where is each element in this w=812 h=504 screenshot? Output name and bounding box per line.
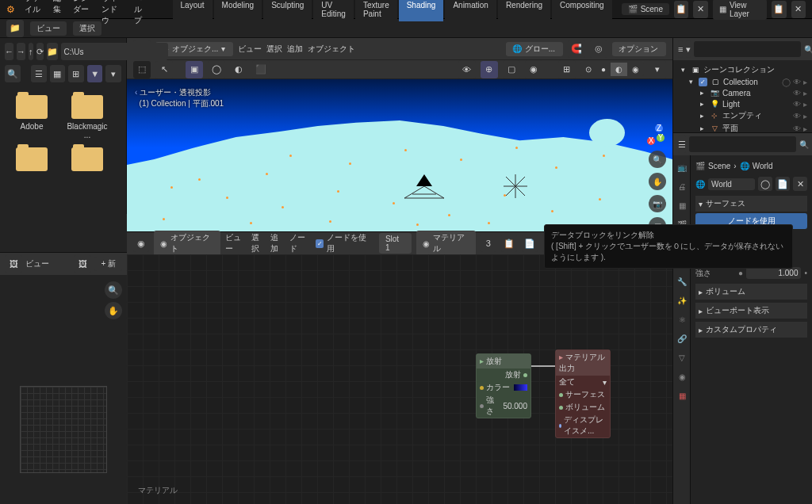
shading-matprev-icon[interactable]: ◐: [611, 63, 627, 76]
shading-wireframe-icon[interactable]: ⊙: [580, 63, 596, 76]
select-lasso-icon[interactable]: ◐: [230, 61, 247, 78]
proportional-edit-icon[interactable]: ◎: [590, 40, 607, 58]
new-material-icon[interactable]: 📄: [522, 235, 538, 252]
folder-4[interactable]: [63, 147, 111, 174]
show-gizmo-icon[interactable]: ⊞: [558, 61, 576, 78]
eye-icon[interactable]: 👁: [793, 89, 801, 97]
node-add-menu[interactable]: 追加: [270, 232, 285, 254]
tab-material-icon[interactable]: ◉: [673, 368, 691, 385]
render-icon[interactable]: ▸: [803, 89, 807, 97]
nav-refresh-icon[interactable]: ⟳: [36, 43, 44, 60]
tab-modeling[interactable]: Modeling: [214, 0, 262, 21]
tab-viewlayer-icon[interactable]: ▦: [673, 197, 691, 214]
gizmo-toggle-icon[interactable]: ⊕: [481, 61, 498, 78]
overlays-icon[interactable]: 👁: [458, 61, 476, 78]
user-count[interactable]: 3: [481, 235, 496, 252]
props-search[interactable]: [689, 136, 796, 152]
node-mode-selector[interactable]: ◉ オブジェクト: [154, 231, 220, 256]
display-thumb-icon[interactable]: ⊞: [68, 65, 84, 82]
zoom-icon[interactable]: 🔍: [649, 151, 666, 168]
uv-view-menu[interactable]: ビュー: [25, 258, 49, 269]
editor-type-uv-icon[interactable]: 🖼: [5, 255, 22, 273]
uv-zoom-icon[interactable]: 🔍: [105, 281, 122, 299]
snap-magnet-icon[interactable]: 🧲: [568, 40, 585, 58]
new-layer-icon[interactable]: 📋: [772, 1, 786, 18]
nav-forward-icon[interactable]: →: [17, 43, 25, 60]
pan-icon[interactable]: ✋: [649, 173, 666, 190]
vp-view-menu[interactable]: ビュー: [238, 44, 262, 55]
material-output-node[interactable]: ▸ マテリアル出力 全て▾ サーフェス ボリューム ディスプレイスメ...: [555, 349, 611, 438]
editor-type-node-icon[interactable]: ◉: [133, 235, 149, 252]
display-grid-icon[interactable]: ▦: [50, 65, 66, 82]
delete-layer-icon[interactable]: ✕: [791, 1, 806, 18]
editor-type-props-icon[interactable]: ☰: [678, 136, 686, 153]
tab-shading[interactable]: Shading: [399, 0, 444, 21]
uv-new-button[interactable]: + 新: [94, 257, 122, 271]
scene-selector[interactable]: 🎬 Scene: [622, 3, 669, 15]
orientation-selector[interactable]: 🌐 グロー...: [506, 42, 563, 56]
tab-modifiers-icon[interactable]: 🔧: [673, 273, 691, 290]
node-node-menu[interactable]: ノード: [289, 232, 311, 254]
nav-up-icon[interactable]: ↑: [29, 43, 33, 60]
nav-back-icon[interactable]: ←: [5, 43, 13, 60]
shading-rendered-icon[interactable]: ◉: [627, 63, 644, 76]
slot-selector[interactable]: Slot 1: [379, 233, 412, 254]
tab-layout[interactable]: Layout: [173, 0, 213, 21]
eye-icon[interactable]: 👁: [793, 78, 801, 86]
new-world-copy-icon[interactable]: ◯: [758, 177, 772, 191]
outliner-search[interactable]: [694, 41, 801, 57]
tab-particles-icon[interactable]: ✨: [673, 292, 691, 309]
breadcrumb-world[interactable]: World: [753, 162, 773, 170]
select-box-icon[interactable]: ▣: [186, 61, 203, 78]
viewport-display-panel-header[interactable]: ▸ ビューポート表示: [695, 303, 807, 319]
path-input[interactable]: [61, 43, 168, 60]
tree-scene-collection[interactable]: ▾ ▣ シーンコレクション: [678, 63, 807, 76]
cursor-tool-icon[interactable]: ⬚: [133, 61, 151, 78]
tab-constraints-icon[interactable]: 🔗: [673, 330, 691, 347]
display-list-icon[interactable]: ☰: [31, 65, 47, 82]
custom-props-panel-header[interactable]: ▸ カスタムプロパティ: [695, 322, 807, 338]
breadcrumb-scene[interactable]: Scene: [708, 162, 730, 170]
tab-physics-icon[interactable]: ⚛: [673, 311, 691, 328]
outliner-display-icon[interactable]: ▾: [686, 40, 691, 58]
uv-image-icon[interactable]: 🖼: [74, 255, 91, 273]
search-icon[interactable]: 🔍: [5, 65, 21, 82]
view-menu[interactable]: ビュー: [30, 21, 67, 36]
uv-pan-icon[interactable]: ✋: [105, 302, 122, 319]
camera-view-icon[interactable]: 📷: [649, 195, 666, 212]
tree-item-empty[interactable]: ▸ ⊹ エンプティ 👁▸: [678, 109, 807, 122]
vp-object-menu[interactable]: オブジェクト: [308, 44, 355, 55]
select-menu[interactable]: 選択: [73, 21, 102, 36]
select-tool-icon[interactable]: ↖: [155, 61, 173, 78]
vp-select-menu[interactable]: 選択: [266, 44, 282, 55]
eye-icon[interactable]: 👁: [793, 124, 801, 133]
surface-panel-header[interactable]: ▾ サーフェス: [695, 196, 807, 212]
tree-collection[interactable]: ▾ ✓ ▢ Collection ◯👁▸: [678, 76, 807, 87]
tab-animation[interactable]: Animation: [445, 0, 496, 21]
tab-texture-icon[interactable]: ▦: [673, 387, 691, 404]
node-canvas[interactable]: ▸ 放射 放射 カラー 強さ50.000 ▸ マテリアル出力 全て▾ サーフェス…: [127, 254, 672, 504]
filter-icon[interactable]: ▾: [105, 65, 121, 82]
menu-help[interactable]: ヘルプ: [134, 0, 147, 26]
uv-grid[interactable]: [20, 386, 107, 473]
tab-render-icon[interactable]: 📺: [673, 158, 691, 176]
tab-uv-editing[interactable]: UV Editing: [313, 0, 354, 21]
tab-compositing[interactable]: Compositing: [552, 0, 612, 21]
sort-icon[interactable]: ▼: [87, 65, 103, 82]
strength-value[interactable]: 1.000: [746, 267, 801, 279]
tab-output-icon[interactable]: 🖨: [673, 178, 691, 195]
fake-user-copy-icon[interactable]: 📋: [501, 235, 517, 252]
navigation-gizmo[interactable]: Z Y X: [637, 119, 665, 147]
select-set-icon[interactable]: ⬛: [252, 61, 270, 78]
folder-3[interactable]: [8, 147, 56, 174]
view-layer-selector[interactable]: ▦ View Layer: [713, 0, 767, 20]
world-datablock-field[interactable]: World: [708, 178, 755, 190]
unlink-world-icon[interactable]: ✕: [793, 177, 807, 191]
editor-type-outliner-icon[interactable]: ≡: [678, 40, 683, 58]
exclude-icon[interactable]: ◯: [782, 78, 791, 86]
tree-item-light[interactable]: ▸ 💡 Light 👁▸: [678, 98, 807, 109]
emission-node[interactable]: ▸ 放射 放射 カラー 強さ50.000: [476, 353, 531, 418]
shading-options-icon[interactable]: ▾: [649, 61, 666, 78]
new-scene-icon[interactable]: 📋: [674, 1, 688, 18]
render-icon[interactable]: ▸: [803, 78, 807, 86]
